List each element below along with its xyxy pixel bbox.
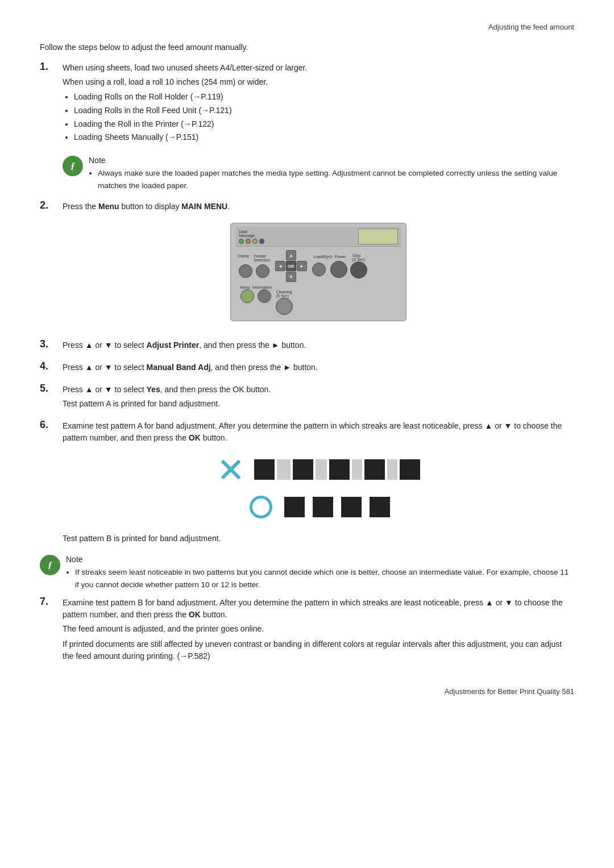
dpad: ▲ ◄ OK ► ▼ <box>275 250 307 282</box>
x-symbol-container <box>217 455 245 484</box>
left-buttons: Online FeederSelection <box>238 254 270 278</box>
step-5-number: 5. <box>40 383 63 394</box>
dpad-up[interactable]: ▲ <box>286 250 296 260</box>
load-power-labels: Load/Eject Power <box>314 255 346 259</box>
note-2: ƒ Note If streaks seem least noticeable … <box>40 555 574 591</box>
step-6-number: 6. <box>40 419 63 431</box>
step-5-text: Press ▲ or ▼ to select Yes, and then pre… <box>63 384 574 396</box>
selection-label: FeederSelection <box>254 254 270 262</box>
footer-text: Adjustments for Better Print Quality 581 <box>445 687 574 696</box>
power-label: Power <box>335 255 346 259</box>
online-button[interactable] <box>239 264 252 278</box>
step-3-number: 3. <box>40 338 63 350</box>
note-1-bullets: Always make sure the loaded paper matche… <box>98 167 574 192</box>
menu-info-labels: Menu Information <box>240 285 272 289</box>
bar-4 <box>364 459 385 480</box>
message-label: Message <box>239 234 264 238</box>
step-7-sub2: If printed documents are still affected … <box>63 638 574 662</box>
step-5-sub: Test pattern A is printed for band adjus… <box>63 398 574 410</box>
indicator-section: Data Message <box>239 230 264 244</box>
step-6-content: Examine test pattern A for band adjustme… <box>63 420 574 547</box>
info-button[interactable] <box>258 289 271 303</box>
lcd-screen <box>358 229 398 244</box>
test-pattern-diagram <box>63 455 574 521</box>
bar-6 <box>284 497 305 517</box>
list-item: Always make sure the loaded paper matche… <box>98 167 574 192</box>
step-7: 7. Examine test pattern B for band adjus… <box>40 597 574 665</box>
note-1-content: Note Always make sure the loaded paper m… <box>89 156 574 192</box>
step-1-content: When using sheets, load two unused sheet… <box>63 62 574 147</box>
menu-label: Menu <box>240 285 250 289</box>
load-label: Load/Eject <box>314 255 333 259</box>
o-symbol <box>250 496 272 518</box>
menu-buttons <box>240 289 271 303</box>
feeder-button[interactable] <box>256 264 269 278</box>
panel-top-strip: Data Message <box>235 227 401 247</box>
step-1-number: 1. <box>40 61 63 73</box>
step-1-sub: When using a roll, load a roll 10 inches… <box>63 76 574 88</box>
ok-button[interactable]: OK <box>286 261 296 271</box>
bar-2 <box>293 459 313 480</box>
step-2-number: 2. <box>40 200 63 211</box>
pattern-bars-o <box>284 497 390 517</box>
pattern-row-x <box>217 455 420 484</box>
bar-gap-4 <box>387 459 397 480</box>
step-3-content: Press ▲ or ▼ to select Adjust Printer, a… <box>63 339 574 354</box>
feeder-labels: Online FeederSelection <box>238 254 270 262</box>
dpad-container: ▲ ◄ OK ► ▼ <box>275 250 307 282</box>
step-1-bullets: Loading Rolls on the Roll Holder (→P.119… <box>74 90 574 144</box>
cleaning-section: Cleaning(5 Sec) <box>276 290 293 315</box>
step-6-sub: Test pattern B is printed for band adjus… <box>63 533 574 545</box>
step-2-main: Press the Menu button to display MAIN ME… <box>63 201 574 213</box>
bar-gap-1 <box>277 459 291 480</box>
dpad-right[interactable]: ► <box>297 261 307 271</box>
step-7-text: Examine test pattern B for band adjustme… <box>63 597 574 621</box>
step-1: 1. When using sheets, load two unused sh… <box>40 62 574 147</box>
step-5: 5. Press ▲ or ▼ to select Yes, and then … <box>40 384 574 412</box>
led-green <box>239 239 244 244</box>
note-2-content: Note If streaks seem least noticeable in… <box>66 555 574 591</box>
led-orange <box>246 239 251 244</box>
step-4-content: Press ▲ or ▼ to select Manual Band Adj, … <box>63 362 574 376</box>
right-buttons: Load/Eject Power <box>312 255 347 278</box>
note-2-icon: ƒ <box>40 555 60 575</box>
dpad-left[interactable]: ◄ <box>275 261 285 271</box>
cleaning-button[interactable] <box>276 298 293 315</box>
list-item: Loading Sheets Manually (→P.151) <box>74 131 574 144</box>
load-power-buttons <box>312 261 347 278</box>
online-label: Online <box>238 254 249 262</box>
bar-9 <box>370 497 390 517</box>
bar-gap-2 <box>316 459 327 480</box>
page-header: Adjusting the feed amount <box>40 23 574 31</box>
list-item: Loading Rolls on the Roll Holder (→P.119… <box>74 90 574 104</box>
note-2-title: Note <box>66 555 574 564</box>
menu-section: Menu Information <box>240 285 272 303</box>
led-blue <box>259 239 264 244</box>
power-button[interactable] <box>330 261 347 278</box>
note-1: ƒ Note Always make sure the loaded paper… <box>63 156 574 192</box>
pattern-bars-x <box>254 459 420 480</box>
load-button[interactable] <box>312 263 326 276</box>
controls-row: Online FeederSelection ▲ ◄ OK <box>235 249 401 283</box>
list-item: If streaks seem least noticeable in two … <box>75 566 574 591</box>
step-4-number: 4. <box>40 360 63 372</box>
note-2-bullets: If streaks seem least noticeable in two … <box>75 566 574 591</box>
bar-gap-3 <box>352 459 362 480</box>
pattern-row-o <box>247 493 390 521</box>
step-7-content: Examine test pattern B for band adjustme… <box>63 597 574 665</box>
step-7-sub1: The feed amount is adjusted, and the pri… <box>63 623 574 635</box>
online-buttons <box>239 264 269 278</box>
step-3-text: Press ▲ or ▼ to select Adjust Printer, a… <box>63 339 574 351</box>
stop-button[interactable] <box>350 261 367 279</box>
stop-label: Stop(3 Sec) <box>352 254 366 261</box>
page-footer: Adjustments for Better Print Quality 581 <box>40 687 574 696</box>
bar-1 <box>254 459 275 480</box>
data-label: Data <box>239 230 264 234</box>
dpad-down[interactable]: ▼ <box>286 272 296 282</box>
step-2-content: Press the Menu button to display MAIN ME… <box>63 201 574 331</box>
o-symbol-container <box>247 493 275 521</box>
indicators-row <box>239 239 264 244</box>
menu-button[interactable] <box>240 289 254 303</box>
info-label: Information <box>252 285 272 289</box>
note-icon: ƒ <box>63 156 83 176</box>
